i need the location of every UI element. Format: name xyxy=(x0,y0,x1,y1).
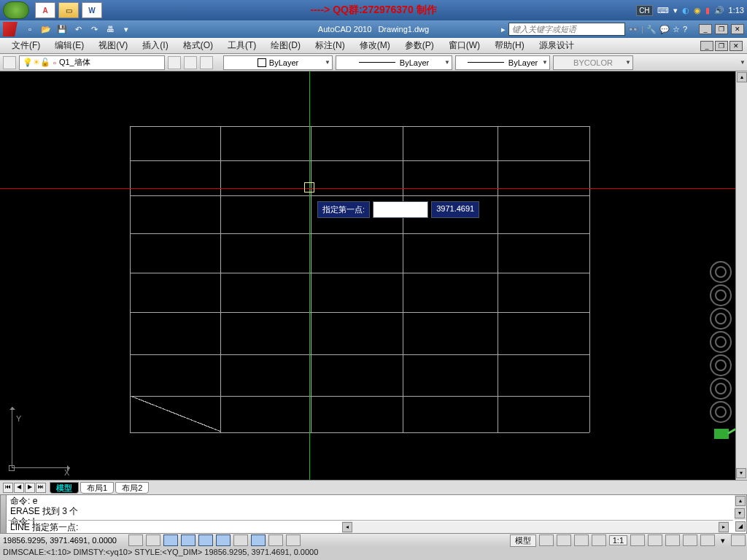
menu-parametric[interactable]: 参数(P) xyxy=(398,39,441,52)
vertical-scrollbar[interactable]: ▴ ▾ xyxy=(735,71,747,480)
model-paper-toggle[interactable]: 模型 xyxy=(510,534,536,547)
volume-icon[interactable]: 🔊 xyxy=(714,6,724,15)
command-window-handle[interactable] xyxy=(1,495,7,533)
menu-tools[interactable]: 工具(T) xyxy=(220,39,263,52)
doc-restore-button[interactable]: ❐ xyxy=(715,41,728,51)
infocenter-arrow-icon[interactable]: ▸ xyxy=(501,25,506,34)
osnap-toggle[interactable] xyxy=(198,534,213,546)
dyn-y-field[interactable]: 3971.4691 xyxy=(431,201,479,218)
tab-layout1[interactable]: 布局1 xyxy=(80,482,114,494)
nav-wheel-6[interactable] xyxy=(710,378,732,400)
window-minimize-button[interactable]: _ xyxy=(699,24,712,34)
cmd-scrollbar-v[interactable]: ▴ ▾ xyxy=(735,495,746,520)
snap-toggle[interactable] xyxy=(128,534,143,546)
nav-wheel-7[interactable] xyxy=(710,401,732,423)
doc-minimize-button[interactable]: _ xyxy=(700,41,713,51)
drawing-canvas[interactable]: 指定第一点: 19856.9295 3971.4691 Y X xyxy=(0,71,735,480)
qat-open-icon[interactable]: 📂 xyxy=(39,23,53,36)
window-close-button[interactable]: ✕ xyxy=(731,24,744,34)
nav-wheel-3[interactable] xyxy=(710,308,732,330)
status-annoscale-icon[interactable] xyxy=(592,534,606,546)
nav-wheel-4[interactable] xyxy=(710,331,732,353)
quicklaunch-autocad[interactable]: A xyxy=(35,2,55,18)
tab-first-button[interactable]: ⏮ xyxy=(3,483,13,493)
doc-close-button[interactable]: ✕ xyxy=(729,41,743,51)
workspace-switch-icon[interactable] xyxy=(665,534,680,546)
menu-window[interactable]: 窗口(W) xyxy=(441,39,487,52)
nav-wheel-2[interactable] xyxy=(710,284,732,306)
qp-toggle[interactable] xyxy=(286,534,301,546)
cmd-resize-grip[interactable]: ◢ xyxy=(735,521,746,532)
menu-draw[interactable]: 绘图(D) xyxy=(263,39,308,52)
tray-expand-icon[interactable]: ▾ xyxy=(673,6,678,15)
menu-file[interactable]: 文件(F) xyxy=(4,39,47,52)
help-icon[interactable]: ? xyxy=(683,25,687,34)
tray-icon-2[interactable]: ◉ xyxy=(694,6,701,15)
help-search-input[interactable] xyxy=(508,23,625,36)
menu-dimension[interactable]: 标注(N) xyxy=(308,39,352,52)
layer-prev-icon[interactable] xyxy=(200,56,213,69)
status-tool-4[interactable] xyxy=(648,534,662,546)
dyn-toggle[interactable] xyxy=(251,534,266,546)
menu-modify[interactable]: 修改(M) xyxy=(352,39,398,52)
linetype-dropdown[interactable]: ByLayer ▼ xyxy=(336,55,452,70)
qat-dropdown-icon[interactable]: ▾ xyxy=(120,23,133,36)
grid-toggle[interactable] xyxy=(146,534,160,546)
lineweight-dropdown[interactable]: ByLayer ▼ xyxy=(455,55,550,70)
menu-yuanquan[interactable]: 源泉设计 xyxy=(532,39,581,52)
cmd-scroll-left[interactable]: ◂ xyxy=(342,522,352,532)
annotation-scale[interactable]: 1:1 xyxy=(609,535,627,545)
tab-model[interactable]: 模型 xyxy=(50,482,79,494)
cmd-scrollbar-h[interactable]: ◂ ▸ xyxy=(342,521,729,533)
cmd-scroll-right[interactable]: ▸ xyxy=(719,522,729,532)
tab-last-button[interactable]: ⏭ xyxy=(36,483,46,493)
status-tool-1[interactable] xyxy=(539,534,554,546)
menu-help[interactable]: 帮助(H) xyxy=(487,39,532,52)
plotstyle-dropdown[interactable]: BYCOLOR ▼ xyxy=(553,55,633,70)
scroll-up-button[interactable]: ▴ xyxy=(737,72,747,82)
ortho-toggle[interactable] xyxy=(163,534,178,546)
layer-iso-icon[interactable] xyxy=(184,56,197,69)
menu-format[interactable]: 格式(O) xyxy=(176,39,220,52)
status-tool-3[interactable] xyxy=(630,534,645,546)
layer-dropdown[interactable]: 💡 ☀ 🔓 ▫ Q1_墙体 ▼ xyxy=(19,55,165,70)
cmd-scroll-down[interactable]: ▾ xyxy=(735,508,745,518)
status-tool-5[interactable] xyxy=(700,534,715,546)
quicklaunch-word[interactable]: W xyxy=(82,2,102,18)
qat-redo-icon[interactable]: ↷ xyxy=(88,23,101,36)
scroll-down-button[interactable]: ▾ xyxy=(736,468,746,478)
tab-prev-button[interactable]: ◀ xyxy=(14,483,24,493)
favorites-star-icon[interactable]: ☆ xyxy=(673,25,680,34)
color-dropdown[interactable]: ByLayer ▼ xyxy=(223,55,333,70)
tab-next-button[interactable]: ▶ xyxy=(25,483,35,493)
tool-wrench-icon[interactable]: 🔧 xyxy=(646,25,657,34)
coord-display[interactable]: 19856.9295, 3971.4691, 0.0000 xyxy=(1,536,125,545)
lwt-toggle[interactable] xyxy=(268,534,283,546)
qat-print-icon[interactable]: 🖶 xyxy=(104,23,117,36)
clock[interactable]: 1:13 xyxy=(729,6,744,15)
app-logo[interactable] xyxy=(3,22,18,36)
cmd-scroll-up[interactable]: ▴ xyxy=(735,496,746,506)
ime-indicator[interactable]: CH xyxy=(636,5,652,16)
qat-undo-icon[interactable]: ↶ xyxy=(71,23,85,36)
qat-save-icon[interactable]: 💾 xyxy=(55,23,69,36)
start-button[interactable] xyxy=(3,1,29,19)
nav-wheel-5[interactable] xyxy=(710,354,732,376)
dyn-x-field[interactable]: 19856.9295 xyxy=(373,201,428,218)
search-binoculars-icon[interactable]: 👓 xyxy=(628,25,638,34)
layer-properties-icon[interactable] xyxy=(3,56,16,69)
tray-icon-1[interactable]: ◐ xyxy=(682,6,689,15)
menu-edit[interactable]: 编辑(E) xyxy=(47,39,91,52)
nav-wheel-1[interactable] xyxy=(710,261,732,283)
quicklaunch-explorer[interactable]: ▭ xyxy=(58,2,79,18)
otrack-toggle[interactable] xyxy=(216,534,231,546)
comm-center-icon[interactable]: 💬 xyxy=(659,25,670,34)
ducs-toggle[interactable] xyxy=(233,534,248,546)
polar-toggle[interactable] xyxy=(181,534,196,546)
layer-states-icon[interactable] xyxy=(168,56,181,69)
status-anno-icon[interactable] xyxy=(574,534,589,546)
menu-view[interactable]: 视图(V) xyxy=(91,39,135,52)
status-tool-2[interactable] xyxy=(557,534,571,546)
status-expand-icon[interactable]: ▾ xyxy=(718,536,728,545)
qat-new-icon[interactable]: ▫ xyxy=(23,23,36,36)
